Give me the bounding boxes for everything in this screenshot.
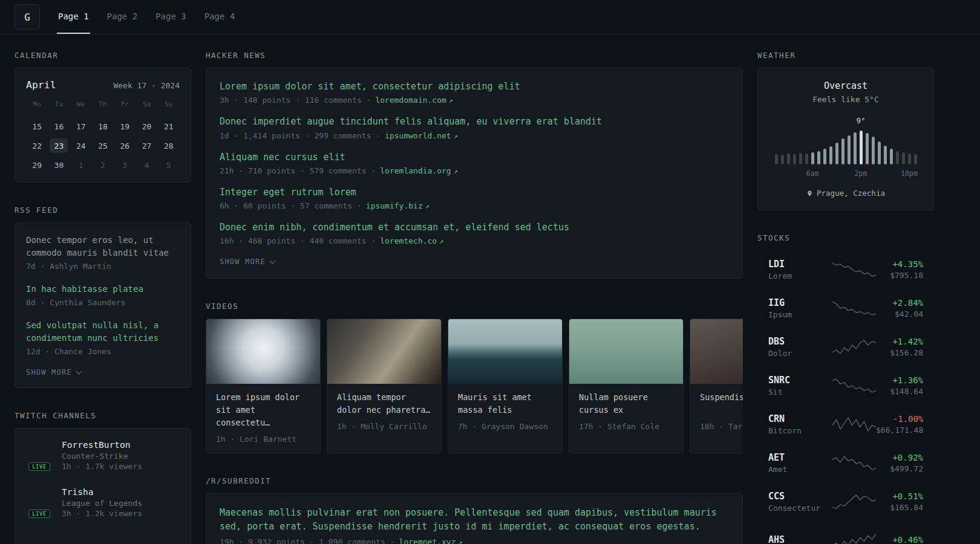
video-meta: 1h · Lori Barnett [216, 435, 310, 444]
hn-item-meta: 6h · 60 points · 57 comments ·ipsumify.b… [220, 201, 729, 210]
stock-name: Amet [768, 465, 832, 474]
calendar-date-next-month: 2 [94, 158, 112, 172]
center-column: HACKER NEWS Lorem ipsum dolor sit amet, … [206, 51, 743, 544]
subreddit-post-title[interactable]: Maecenas mollis pulvinar erat non posuer… [220, 506, 729, 534]
stock-price: $165.84 [876, 503, 923, 512]
weather-condition: Overcast [770, 80, 921, 91]
rss-item-title[interactable]: Sed volutpat nulla nisl, a condimentum n… [26, 319, 180, 345]
rss-item-title[interactable]: Donec tempor eros leo, ut commodo mauris… [26, 234, 180, 259]
rss-item-title[interactable]: In hac habitasse platea [26, 283, 180, 296]
page-content: CALENDAR April Week 17 · 2024 Mo Tu We T… [0, 34, 980, 544]
avatar-wrap: LIVE [26, 439, 53, 471]
stock-price: $156.28 [876, 348, 923, 357]
weather-hour-labels: 6am2pm10pm [773, 169, 918, 178]
app-logo[interactable]: G [15, 4, 40, 30]
external-link-icon: ↗ [454, 132, 458, 140]
channel-category: Counter-Strike [62, 452, 142, 461]
twitch-channel-row[interactable]: LIVE ForrestBurton Counter-Strike 1h · 1… [26, 439, 180, 471]
stock-sparkline [832, 455, 876, 471]
calendar-date: 18 [94, 119, 112, 134]
hn-item-domain-link[interactable]: ipsumify.biz [366, 201, 423, 210]
weather-bars [773, 131, 918, 164]
chevron-down-icon [269, 257, 275, 264]
right-column: WEATHER Overcast Feels like 5°C 9° 6am2p… [757, 51, 934, 544]
calendar-date: 30 [50, 158, 68, 172]
hacker-news-card: Lorem ipsum dolor sit amet, consectetur … [206, 68, 743, 279]
stock-row[interactable]: AHS +0.46% [757, 521, 934, 544]
stock-row[interactable]: DBSDolor +1.42%$156.28 [757, 328, 934, 366]
calendar-date: 22 [28, 138, 46, 153]
twitch-channel-row[interactable]: LIVE KendallCarr [26, 534, 180, 544]
tab-page-2[interactable]: Page 2 [106, 0, 139, 34]
location-pin-icon [806, 189, 813, 198]
calendar-week-year: Week 17 · 2024 [113, 81, 180, 90]
section-title-twitch: TWITCH CHANNELS [15, 411, 191, 420]
stock-row[interactable]: CRNBitcorn -1.00%$66,171.48 [757, 405, 934, 444]
live-badge: LIVE [28, 510, 50, 518]
twitch-channel-row[interactable]: LIVE Trisha League of Legends 3h · 1.2k … [26, 487, 180, 518]
calendar-date: 19 [116, 119, 134, 134]
stock-row[interactable]: AETAmet +0.92%$499.72 [757, 444, 934, 482]
section-title-videos: VIDEOS [206, 302, 743, 311]
stock-change: +0.92% [876, 453, 923, 462]
hn-item-meta: 3h · 148 points · 116 comments ·loremdom… [220, 96, 729, 105]
videos-widget: VIDEOS Lorem ipsum dolor sit amet consec… [206, 302, 743, 453]
video-card[interactable]: Aliquam tempor dolor nec pharetra… 1h · … [327, 319, 442, 453]
hn-meta-text: 16h · 468 points · 440 comments · [220, 236, 376, 245]
video-meta: 1h · Molly Carrillo [337, 422, 431, 431]
external-link-icon: ↗ [425, 202, 430, 210]
video-title: Mauris sit amet massa felis [458, 391, 552, 416]
topbar: G Page 1 Page 2 Page 3 Page 4 [0, 0, 980, 34]
stock-symbol: LDI [768, 259, 832, 270]
rss-show-more-button[interactable]: SHOW MORE [26, 368, 180, 377]
stock-row[interactable]: LDILorem +4.35%$795.18 [757, 250, 934, 289]
rss-widget: RSS FEED Donec tempor eros leo, ut commo… [15, 206, 191, 388]
video-thumbnail [327, 319, 441, 384]
subreddit-domain-link[interactable]: loremnet.xyz [399, 537, 456, 544]
tab-page-3[interactable]: Page 3 [154, 0, 188, 34]
video-card[interactable]: Mauris sit amet massa felis 7h · Grayson… [448, 319, 563, 453]
calendar-date: 26 [116, 138, 134, 153]
stock-sparkline [832, 377, 876, 394]
stock-change: -1.00% [876, 414, 923, 424]
chevron-down-icon [76, 368, 82, 374]
video-thumbnail [690, 319, 743, 384]
hn-show-more-button[interactable]: SHOW MORE [220, 257, 729, 266]
section-title-hacker-news: HACKER NEWS [206, 51, 743, 60]
hn-item-meta: 16h · 468 points · 440 comments ·loremte… [220, 236, 729, 245]
hn-item-domain-link[interactable]: ipsumworld.net [385, 131, 451, 140]
hn-item-title[interactable]: Donec imperdiet augue tincidunt felis al… [220, 115, 729, 128]
stock-row[interactable]: IIGIpsum +2.84%$42.04 [757, 289, 934, 328]
hn-item-domain-link[interactable]: loremdomain.com [375, 96, 446, 105]
video-card[interactable]: Suspendisse diam 18h · Tara [690, 319, 743, 453]
hn-meta-text: 1d · 1,414 points · 299 comments · [220, 131, 381, 140]
channel-name: ForrestBurton [62, 440, 142, 450]
hn-item-domain-link[interactable]: loremlandia.org [380, 166, 451, 175]
subreddit-post-meta: 19h · 9,932 points · 1,090 comments ·lor… [220, 537, 729, 544]
video-title: Suspendisse diam [700, 391, 743, 416]
hn-item-title[interactable]: Lorem ipsum dolor sit amet, consectetur … [220, 80, 729, 92]
hn-item-title[interactable]: Aliquam nec cursus elit [220, 151, 729, 163]
rss-item-meta: 7d · Ashlyn Martin [26, 262, 180, 271]
stock-price: $795.18 [876, 271, 923, 280]
section-title-calendar: CALENDAR [15, 51, 191, 60]
tab-page-1[interactable]: Page 1 [57, 0, 90, 34]
stock-row[interactable]: CCSConsectetur +0.51%$165.84 [757, 482, 934, 521]
video-card[interactable]: Lorem ipsum dolor sit amet consectetu… 1… [206, 319, 321, 453]
stock-row[interactable]: SNRCSit +1.36%$148.64 [757, 366, 934, 405]
channel-name: Trisha [62, 487, 142, 497]
tab-page-4[interactable]: Page 4 [203, 0, 237, 34]
calendar-date-next-month: 3 [116, 158, 134, 172]
stock-symbol: CCS [768, 491, 832, 502]
section-title-weather: WEATHER [757, 51, 934, 60]
avatar-wrap: LIVE [26, 487, 53, 518]
section-title-stocks: STOCKS [757, 233, 934, 242]
video-card[interactable]: Nullam posuere cursus ex 17h · Stefan Co… [569, 319, 684, 453]
hn-item-domain-link[interactable]: loremtech.co [380, 236, 437, 245]
calendar-date: 17 [72, 119, 90, 134]
calendar-date-next-month: 5 [160, 158, 178, 172]
hn-item-title[interactable]: Integer eget rutrum lorem [220, 186, 729, 198]
hn-item: Aliquam nec cursus elit 21h · 710 points… [220, 151, 729, 175]
stock-symbol: AET [768, 452, 832, 463]
hn-item-title[interactable]: Donec enim nibh, condimentum et accumsan… [220, 221, 729, 233]
